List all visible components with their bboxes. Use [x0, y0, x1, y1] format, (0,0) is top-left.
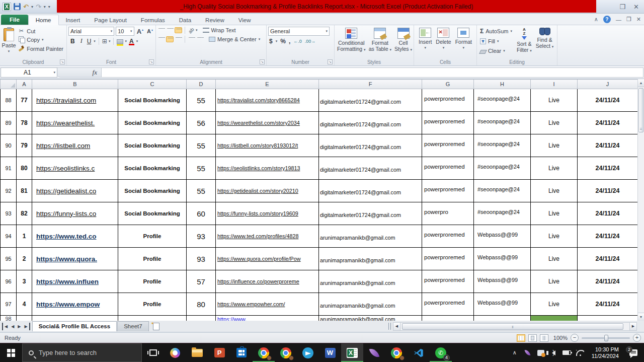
row-header-96[interactable]: 96	[1, 270, 17, 293]
formula-input[interactable]	[102, 67, 643, 78]
cell-E92[interactable]: https://getidealist.com/story20210	[216, 180, 319, 202]
cell-D97[interactable]: 80	[187, 293, 216, 316]
fill-color-dropdown-icon[interactable]: ▾	[125, 39, 127, 43]
cell-D94[interactable]: 93	[187, 225, 216, 248]
minimize-workbook-button[interactable]: —	[616, 17, 621, 23]
cell-I90[interactable]: Live	[531, 134, 578, 157]
chrome-profile1-button[interactable]	[253, 343, 275, 362]
orientation-dropdown-icon[interactable]: ▾	[196, 28, 198, 32]
font-family-select[interactable]: Arial ▾	[68, 27, 114, 36]
cell-G90[interactable]: powerproremed	[422, 134, 474, 157]
restore-window-button[interactable]: ❒	[619, 3, 625, 11]
cell-E88[interactable]: https://travialist.com/story8665284	[216, 89, 319, 112]
align-bottom-icon[interactable]: ———	[175, 27, 182, 33]
row-header-90[interactable]: 90	[1, 134, 17, 157]
microsoft-store-button[interactable]	[230, 343, 253, 362]
vertical-scroll-thumb[interactable]	[638, 88, 643, 132]
cell-C88[interactable]: Social Bookmarking	[118, 89, 187, 112]
cell-H95[interactable]: Webpass@@99	[474, 248, 531, 270]
cell-A96[interactable]: 3	[17, 270, 32, 293]
tab-review[interactable]: Review	[198, 15, 231, 25]
format-cells-button[interactable]: Format ▾	[454, 27, 473, 58]
increase-indent-icon[interactable]: ———	[196, 36, 204, 42]
merge-center-button[interactable]: Merge & Center ▾	[209, 36, 260, 42]
horizontal-scroll-thumb[interactable]	[402, 323, 623, 330]
column-header-G[interactable]: G	[422, 80, 474, 89]
row-header-94[interactable]: 94	[1, 225, 17, 248]
cell-B94[interactable]: https://www.ted.co	[32, 225, 118, 248]
undo-dropdown-icon[interactable]: ▾	[31, 5, 33, 9]
cell-H97[interactable]: Webpass@@99	[474, 293, 531, 316]
cell-G95[interactable]: powerproremed	[422, 248, 474, 270]
insert-cells-button[interactable]: Insert ▾	[418, 27, 433, 58]
tab-view[interactable]: View	[231, 15, 258, 25]
collapse-ribbon-icon[interactable]: ∧	[594, 16, 598, 23]
cell-D90[interactable]: 55	[187, 134, 216, 157]
accounting-dropdown-icon[interactable]: ▾	[276, 39, 278, 43]
horizontal-scrollbar[interactable]	[400, 322, 629, 331]
excel-app-icon[interactable]: X	[3, 3, 11, 11]
cell-C98[interactable]	[118, 316, 187, 321]
battery-icon[interactable]	[561, 343, 573, 362]
shrink-font-button[interactable]: A▾	[146, 28, 154, 34]
cell-J93[interactable]: 24/11/24	[578, 202, 638, 225]
cell-I93[interactable]: Live	[531, 202, 578, 225]
close-workbook-button[interactable]: ✕	[636, 16, 641, 23]
decrease-indent-icon[interactable]: ———	[188, 36, 195, 42]
column-header-I[interactable]: I	[531, 80, 578, 89]
zoom-in-button[interactable]: +	[633, 334, 641, 342]
cell-F97[interactable]: arunimapramanikb@gmail.com	[319, 293, 422, 316]
cell-C89[interactable]: Social Bookmarking	[118, 112, 187, 134]
wifi-icon[interactable]	[575, 343, 586, 362]
fill-color-icon[interactable]	[117, 39, 123, 44]
start-button[interactable]	[0, 343, 22, 362]
task-view-button[interactable]	[142, 343, 164, 362]
cell-E98[interactable]: https://www.	[216, 316, 319, 321]
find-select-button[interactable]: Find & Select ▾	[535, 27, 555, 58]
taskbar-search[interactable]: Type here to search	[22, 343, 142, 362]
last-sheet-icon[interactable]: ▶	[23, 323, 30, 330]
vscode-button[interactable]	[408, 343, 430, 362]
cell-B89[interactable]: https://wearethelist.	[32, 112, 118, 134]
cell-D96[interactable]: 57	[187, 270, 216, 293]
cell-H89[interactable]: #seoonpage@24	[474, 112, 531, 134]
restore-workbook-button[interactable]: ❒	[626, 16, 631, 23]
cell-H91[interactable]: #seoonpage@24	[474, 157, 531, 180]
font-color-icon[interactable]: A	[128, 38, 135, 45]
cell-I98[interactable]	[531, 316, 578, 321]
tab-split-handle[interactable]	[388, 323, 391, 330]
cell-E96[interactable]: https://influence.co/powerproreme	[216, 270, 319, 293]
align-middle-icon[interactable]: ———	[166, 27, 174, 33]
scroll-down-icon[interactable]: ▼	[638, 313, 644, 321]
volume-icon[interactable]	[548, 343, 559, 362]
cell-G91[interactable]: powerproremed	[422, 157, 474, 180]
cell-D91[interactable]: 55	[187, 157, 216, 180]
name-box-dropdown-icon[interactable]: ▾	[53, 70, 57, 75]
format-as-table-button[interactable]: Format as Table ▾	[368, 27, 392, 58]
page-layout-view-icon[interactable]	[528, 334, 537, 342]
fill-button[interactable]: ▼ Fill ▾	[478, 37, 514, 45]
cell-C94[interactable]: Profile	[118, 225, 187, 248]
cell-H90[interactable]: #seoonpage@24	[474, 134, 531, 157]
next-sheet-icon[interactable]: ▶	[16, 323, 22, 330]
hidden-icons-chevron[interactable]: ∧	[509, 343, 520, 362]
scroll-up-icon[interactable]: ▲	[638, 79, 644, 87]
cell-G89[interactable]: powerproremed	[422, 112, 474, 134]
align-top-icon[interactable]: ———	[157, 27, 165, 33]
underline-dropdown-icon[interactable]: ▾	[94, 39, 96, 43]
help-icon[interactable]: ?	[603, 16, 611, 23]
copilot-button[interactable]	[164, 343, 186, 362]
column-header-H[interactable]: H	[474, 80, 531, 89]
cell-E89[interactable]: https://wearethelist.com/story2034	[216, 112, 319, 134]
clear-button[interactable]: Clear ▾	[478, 47, 514, 55]
cell-C93[interactable]: Social Bookmarking	[118, 202, 187, 225]
clipboard-dialog-launcher[interactable]: ↘	[60, 59, 65, 64]
row-header-93[interactable]: 93	[1, 202, 17, 225]
increase-decimal-icon[interactable]: ←.0	[293, 39, 302, 44]
cell-C90[interactable]: Social Bookmarking	[118, 134, 187, 157]
cell-E91[interactable]: https://seolistlinks.com/story19813	[216, 157, 319, 180]
cell-A97[interactable]: 4	[17, 293, 32, 316]
cell-H98[interactable]	[474, 316, 531, 321]
redo-icon[interactable]: ↷	[36, 4, 41, 10]
cell-J90[interactable]: 24/11/24	[578, 134, 638, 157]
